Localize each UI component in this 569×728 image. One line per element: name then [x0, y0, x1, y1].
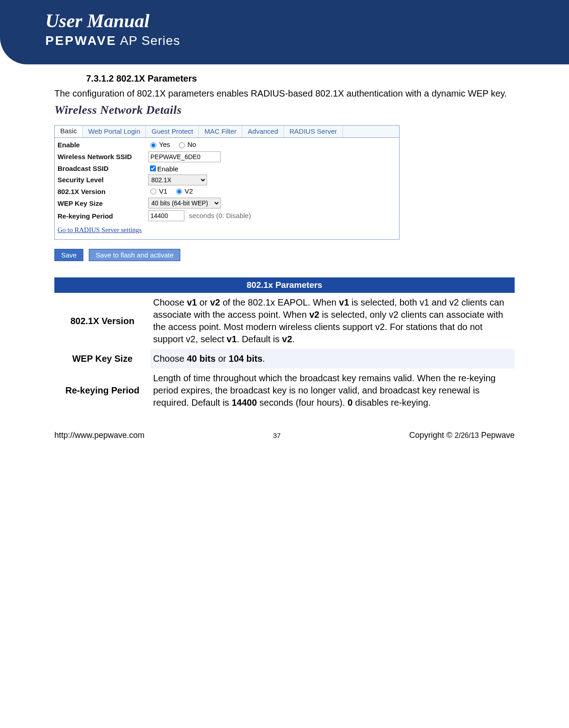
ssid-input[interactable]	[148, 151, 221, 162]
enable-no-radio[interactable]	[179, 142, 185, 148]
ssid-label: Wireless Network SSID	[58, 153, 148, 160]
param-row-desc: Length of time throughout which the broa…	[150, 369, 515, 413]
tabstrip: Basic Web Portal Login Guest Protect MAC…	[54, 125, 400, 138]
doc-header: User Manual PEPWAVE AP Series	[0, 0, 569, 64]
param-row-desc: Choose 40 bits or 104 bits.	[150, 349, 515, 369]
footer-copyright: Copyright © 2/26/13 Pepwave	[409, 431, 515, 440]
wep-select[interactable]: 40 bits (64-bit WEP)	[148, 198, 221, 209]
tab-web-portal-login[interactable]: Web Portal Login	[83, 126, 146, 137]
tab-radius-server[interactable]: RADIUS Server	[284, 126, 343, 137]
param-row-desc: Choose v1 or v2 of the 802.1x EAPOL. Whe…	[150, 293, 515, 349]
panel-title: Wireless Network Details	[54, 103, 515, 117]
enable-yes-label: Yes	[159, 141, 170, 148]
broadcast-enable-label: Enable	[157, 165, 178, 173]
rekey-suffix: seconds (0: Disable)	[189, 212, 251, 219]
version-v2-label: V2	[185, 187, 193, 195]
version-v1-label: V1	[159, 187, 167, 195]
enable-no-label: No	[188, 141, 196, 148]
form-area: Enable Yes No Wireless Network SSID Broa…	[54, 138, 400, 240]
wep-label: WEP Key Size	[58, 199, 148, 207]
section-heading: 7.3.1.2 802.1X Parameters	[86, 73, 515, 84]
version-v2-radio[interactable]	[176, 189, 182, 194]
broadcast-label: Broadcast SSID	[58, 165, 148, 172]
tab-advanced[interactable]: Advanced	[242, 126, 284, 137]
version-v1-radio[interactable]	[150, 189, 156, 194]
brand-name: PEPWAVE	[45, 34, 116, 48]
broadcast-checkbox[interactable]	[150, 165, 156, 171]
section-intro: The configuration of 802.1X parameters e…	[54, 87, 515, 100]
tab-basic[interactable]: Basic	[55, 125, 83, 137]
series-name: AP Series	[120, 34, 180, 48]
rekey-label: Re-keying Period	[58, 212, 148, 220]
enable-label: Enable	[58, 141, 148, 149]
param-table-header: 802.1x Parameters	[54, 277, 515, 293]
version-label: 802.1X Version	[58, 188, 148, 195]
enable-yes-radio[interactable]	[150, 142, 156, 148]
save-button[interactable]: Save	[54, 249, 83, 261]
param-row-label: Re-keying Period	[54, 369, 150, 413]
tab-guest-protect[interactable]: Guest Protect	[146, 126, 199, 137]
wireless-details-screenshot: Wireless Network Details Basic Web Porta…	[54, 103, 515, 261]
page-footer: http://www.pepwave.com 37 Copyright © 2/…	[0, 413, 569, 440]
security-label: Security Level	[58, 176, 148, 184]
param-row-label: WEP Key Size	[54, 349, 150, 369]
security-select[interactable]: 802.1X	[148, 175, 207, 185]
parameters-table: 802.1x Parameters 802.1X Version Choose …	[54, 277, 515, 413]
doc-subtitle: PEPWAVE AP Series	[45, 34, 569, 48]
footer-url: http://www.pepwave.com	[54, 431, 145, 440]
save-flash-button[interactable]: Save to flash and activate	[89, 249, 180, 261]
rekey-input[interactable]	[148, 210, 184, 221]
radius-settings-link[interactable]: Go to RADIUS Server settings	[58, 226, 142, 233]
param-row-label: 802.1X Version	[54, 293, 150, 349]
doc-title: User Manual	[45, 10, 569, 32]
tab-mac-filter[interactable]: MAC Filter	[199, 126, 242, 137]
footer-page-number: 37	[273, 432, 281, 439]
